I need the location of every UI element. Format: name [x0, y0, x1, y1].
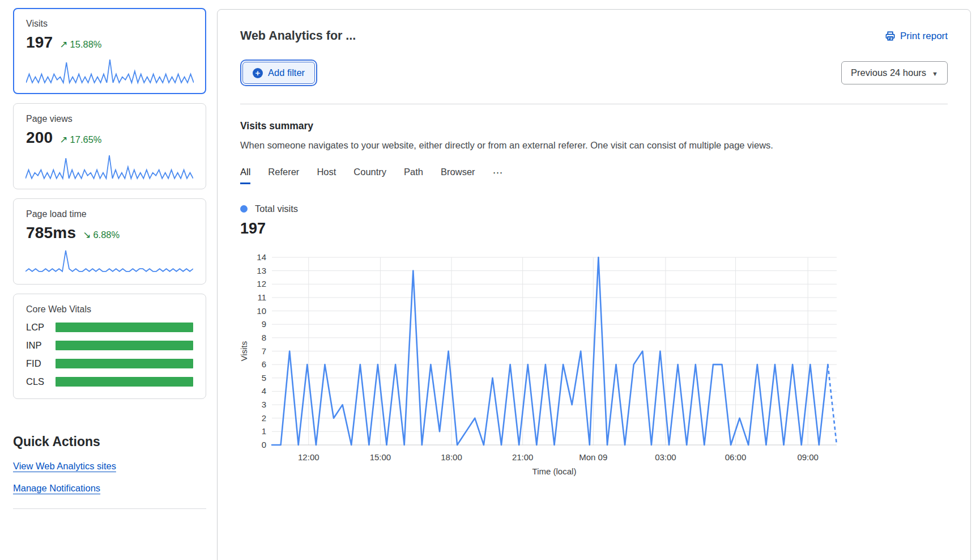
- core-web-vitals-title: Core Web Vitals: [26, 304, 193, 315]
- page-title: Web Analytics for ...: [240, 29, 356, 43]
- svg-text:12: 12: [257, 279, 266, 289]
- cwv-bar-good: [56, 341, 193, 350]
- svg-text:10: 10: [257, 306, 266, 316]
- section-description: When someone navigates to your website, …: [240, 140, 948, 151]
- svg-text:06:00: 06:00: [725, 452, 747, 462]
- svg-text:4: 4: [262, 386, 266, 396]
- svg-text:03:00: 03:00: [655, 452, 676, 462]
- visits-summary-section: Visits summary When someone navigates to…: [218, 104, 970, 485]
- visits-sparkline: [26, 58, 194, 87]
- page-views-sparkline: [25, 154, 193, 183]
- web-analytics-panel: Web Analytics for ... Print report + Add…: [217, 9, 971, 560]
- svg-text:8: 8: [262, 333, 266, 342]
- svg-text:12:00: 12:00: [298, 452, 319, 462]
- metric-value: 197: [26, 33, 53, 52]
- tab-host[interactable]: Host: [317, 167, 336, 184]
- view-web-analytics-sites-link[interactable]: View Web Analytics sites: [13, 461, 116, 472]
- print-report-button[interactable]: Print report: [885, 31, 948, 42]
- chart-legend: Total visits: [240, 203, 948, 214]
- quick-actions-section: Quick Actions View Web Analytics sites M…: [13, 434, 206, 509]
- metric-change: ↘6.88%: [83, 229, 120, 241]
- svg-text:7: 7: [262, 346, 266, 356]
- svg-text:5: 5: [262, 373, 266, 383]
- metric-label: Page views: [26, 114, 193, 124]
- svg-text:09:00: 09:00: [797, 452, 819, 462]
- tab-path[interactable]: Path: [404, 167, 423, 184]
- trend-down-icon: ↘: [83, 230, 91, 240]
- svg-text:0: 0: [262, 440, 266, 449]
- svg-text:13: 13: [257, 266, 266, 275]
- metric-change: ↗15.88%: [59, 39, 101, 50]
- tab-country[interactable]: Country: [353, 167, 386, 184]
- cwv-bar-good: [56, 377, 193, 387]
- printer-icon: [885, 31, 896, 41]
- tab-referer[interactable]: Referer: [268, 167, 299, 184]
- sidebar: Visits 197 ↗15.88% Page views 200 ↗17.65…: [13, 8, 206, 509]
- trend-up-icon: ↗: [59, 39, 67, 50]
- metric-label: Page load time: [26, 209, 193, 219]
- svg-text:Visits: Visits: [239, 341, 249, 362]
- svg-text:18:00: 18:00: [441, 452, 462, 462]
- metric-card-page-load-time[interactable]: Page load time 785ms ↘6.88%: [13, 198, 206, 285]
- metric-card-page-views[interactable]: Page views 200 ↗17.65%: [13, 103, 206, 189]
- metric-label: Visits: [26, 19, 193, 29]
- total-visits-value: 197: [240, 220, 948, 237]
- print-report-label: Print report: [900, 31, 948, 42]
- core-web-vitals-card: Core Web Vitals LCP INP FID CLS: [13, 294, 206, 399]
- svg-text:21:00: 21:00: [512, 452, 534, 462]
- svg-text:2: 2: [262, 413, 266, 423]
- time-range-label: Previous 24 hours: [851, 67, 926, 78]
- divider: [13, 508, 206, 509]
- visits-chart-container: 0123456789101112131412:0015:0018:0021:00…: [239, 250, 948, 485]
- cwv-bar-good: [56, 323, 193, 332]
- tab-all[interactable]: All: [240, 167, 250, 184]
- svg-text:9: 9: [262, 319, 266, 329]
- cwv-row-lcp: LCP: [26, 322, 193, 333]
- visits-line-chart: 0123456789101112131412:0015:0018:0021:00…: [239, 250, 858, 482]
- cwv-label: LCP: [26, 322, 56, 333]
- svg-text:3: 3: [262, 400, 266, 409]
- metric-card-visits[interactable]: Visits 197 ↗15.88%: [13, 8, 206, 94]
- dimension-tabs: All Referer Host Country Path Browser ⋯: [240, 167, 948, 184]
- cwv-row-inp: INP: [26, 340, 193, 351]
- add-filter-label: Add filter: [268, 67, 305, 78]
- metric-change: ↗17.65%: [59, 134, 101, 146]
- metric-value: 785ms: [26, 224, 76, 242]
- svg-text:11: 11: [257, 292, 266, 302]
- svg-text:14: 14: [257, 252, 266, 262]
- cwv-row-cls: CLS: [26, 376, 193, 387]
- trend-up-icon: ↗: [59, 134, 67, 145]
- legend-label: Total visits: [255, 203, 298, 214]
- cwv-row-fid: FID: [26, 358, 193, 369]
- tab-browser[interactable]: Browser: [441, 167, 475, 184]
- plus-circle-icon: +: [253, 68, 263, 78]
- section-title: Visits summary: [240, 120, 948, 132]
- manage-notifications-link[interactable]: Manage Notifications: [13, 483, 100, 494]
- svg-text:Time (local): Time (local): [532, 466, 577, 476]
- legend-dot-icon: [240, 205, 248, 213]
- svg-text:1: 1: [262, 426, 266, 436]
- svg-text:15:00: 15:00: [370, 452, 391, 462]
- page-load-sparkline: [25, 249, 193, 278]
- cwv-label: FID: [26, 358, 56, 369]
- svg-text:Mon 09: Mon 09: [579, 452, 607, 462]
- cwv-label: CLS: [26, 376, 56, 387]
- cwv-bar-good: [56, 359, 193, 368]
- time-range-dropdown[interactable]: Previous 24 hours ▼: [841, 61, 948, 84]
- svg-text:6: 6: [262, 359, 266, 369]
- quick-actions-title: Quick Actions: [13, 434, 206, 449]
- metric-value: 200: [26, 129, 53, 147]
- chevron-down-icon: ▼: [932, 70, 938, 77]
- cwv-label: INP: [26, 340, 56, 351]
- add-filter-button[interactable]: + Add filter: [242, 62, 315, 84]
- more-tabs-button[interactable]: ⋯: [493, 167, 504, 184]
- panel-header: Web Analytics for ... Print report + Add…: [218, 10, 970, 104]
